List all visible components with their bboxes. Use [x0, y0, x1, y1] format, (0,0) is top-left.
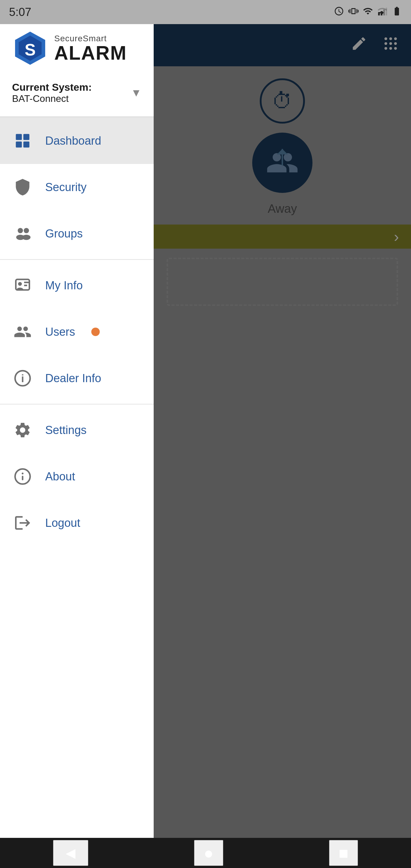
logout-icon — [12, 513, 33, 533]
sidebar-item-users[interactable]: Users — [0, 309, 154, 355]
sidebar-item-groups[interactable]: Groups — [0, 210, 154, 257]
svg-point-22 — [24, 228, 29, 233]
section-divider-2 — [0, 404, 154, 404]
back-button[interactable]: ◄ — [53, 840, 88, 866]
svg-rect-13 — [386, 7, 387, 15]
dashboard-icon — [12, 130, 33, 151]
alarm-status-icon — [334, 6, 344, 19]
vibrate-icon — [348, 6, 358, 19]
svg-point-21 — [18, 228, 23, 233]
svg-text:S: S — [25, 40, 36, 59]
sidebar-item-settings[interactable]: Settings — [0, 407, 154, 453]
users-icon — [12, 321, 33, 342]
bottom-nav: ◄ ● ■ — [0, 838, 411, 868]
settings-icon — [12, 420, 33, 441]
sidebar-item-about[interactable]: About — [0, 453, 154, 500]
system-selector[interactable]: Current System: BAT-Connect ▼ — [12, 79, 141, 107]
sidebar-item-label-dashboard: Dashboard — [45, 134, 101, 147]
status-bar: 5:07 — [0, 0, 411, 24]
dealer-info-icon: i — [12, 368, 33, 389]
sidebar-item-security[interactable]: Security — [0, 164, 154, 210]
home-button[interactable]: ● — [194, 840, 223, 866]
sidebar-item-label-users: Users — [45, 326, 75, 338]
svg-text:i: i — [21, 373, 24, 384]
security-icon — [12, 177, 33, 198]
logo-text: SecureSmart ALARM — [54, 34, 127, 63]
drawer-scrim[interactable] — [154, 0, 411, 868]
svg-rect-18 — [24, 134, 30, 140]
svg-rect-12 — [383, 9, 385, 16]
my-info-icon — [12, 275, 33, 296]
sidebar-item-label-logout: Logout — [45, 517, 80, 530]
section-divider-1 — [0, 259, 154, 260]
svg-rect-33 — [22, 476, 24, 480]
svg-rect-10 — [378, 13, 380, 16]
sidebar-item-label-my-info: My Info — [45, 279, 83, 292]
sidebar-item-label-dealer-info: Dealer Info — [45, 372, 101, 385]
groups-icon — [12, 223, 33, 244]
svg-point-32 — [22, 472, 24, 474]
navigation-drawer: S SecureSmart ALARM Current System: BAT-… — [0, 0, 154, 868]
svg-rect-11 — [381, 11, 382, 16]
recent-apps-button[interactable]: ■ — [329, 840, 358, 866]
sidebar-item-logout[interactable]: Logout — [0, 500, 154, 546]
battery-icon — [392, 6, 402, 19]
logo-area: S SecureSmart ALARM — [12, 30, 141, 66]
users-notification-badge — [91, 328, 100, 336]
wifi-icon — [363, 6, 373, 19]
svg-rect-20 — [24, 142, 30, 148]
signal-icon — [377, 6, 387, 19]
system-name: BAT-Connect — [12, 93, 92, 104]
time-display: 5:07 — [9, 6, 31, 19]
status-icons — [334, 6, 402, 19]
logo-alarm: ALARM — [54, 43, 127, 63]
about-icon — [12, 466, 33, 487]
svg-point-24 — [22, 235, 31, 240]
current-system-title: Current System: — [12, 82, 92, 93]
sidebar-item-dashboard[interactable]: Dashboard — [0, 118, 154, 164]
svg-point-26 — [18, 282, 22, 286]
system-label: Current System: BAT-Connect — [12, 82, 92, 104]
sidebar-item-label-security: Security — [45, 181, 87, 194]
dropdown-arrow-icon: ▼ — [131, 87, 141, 99]
sidebar-item-my-info[interactable]: My Info — [0, 262, 154, 309]
sidebar-item-label-about: About — [45, 470, 75, 483]
logo-hexagon: S — [12, 30, 48, 66]
sidebar-item-dealer-info[interactable]: i Dealer Info — [0, 355, 154, 401]
svg-rect-17 — [16, 134, 22, 140]
sidebar-item-label-settings: Settings — [45, 424, 87, 437]
svg-rect-19 — [16, 142, 22, 148]
sidebar-item-label-groups: Groups — [45, 227, 83, 240]
nav-items-list: Dashboard Security Groups — [0, 118, 154, 868]
